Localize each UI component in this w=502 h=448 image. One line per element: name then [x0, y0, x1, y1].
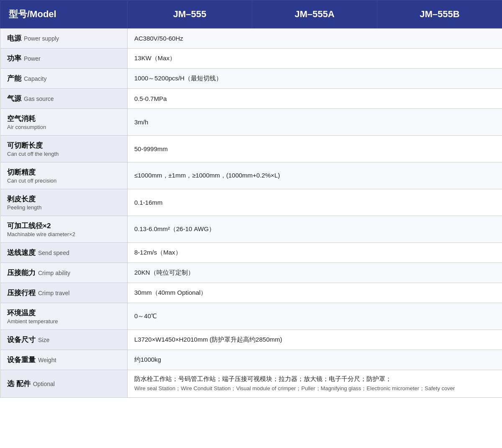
header-jm555a: JM–555A	[252, 0, 377, 28]
label-cell-4: 空气消耗Air consumption	[0, 109, 128, 136]
value-cell-12: 0～40℃	[128, 303, 502, 330]
label-cell-10: 压接能力Crimp ability	[0, 263, 128, 283]
label-cell-2: 产能Capacity	[0, 69, 128, 89]
label-cell-15: 选 配件Optional	[0, 370, 128, 398]
label-cell-8: 可加工线径×2Machinable wire diameter×2	[0, 216, 128, 243]
label-cell-9: 送线速度Send speed	[0, 243, 128, 263]
value-cell-15: 防水栓工作站；号码管工作站；端子压接可视模块；拉力器；放大镜；电子千分尺；防护罩…	[128, 370, 502, 398]
header-jm555: JM–555	[128, 0, 252, 28]
header-model: 型号/Model	[0, 0, 128, 28]
value-cell-1: 13KW（Max）	[128, 49, 502, 69]
value-cell-14: 约1000kg	[128, 350, 502, 370]
label-cell-0: 电源Power supply	[0, 28, 128, 49]
value-cell-8: 0.13-6.0mm²（26-10 AWG）	[128, 216, 502, 243]
value-cell-6: ≤1000mm，±1mm，≥1000mm，(1000mm+0.2%×L)	[128, 162, 502, 189]
header-jm555b: JM–555B	[377, 0, 502, 28]
value-cell-13: L3720×W1450×H2010mm (防护罩升起高约2850mm)	[128, 330, 502, 350]
value-cell-9: 8-12m/s（Max）	[128, 243, 502, 263]
value-cell-0: AC380V/50-60Hz	[128, 28, 502, 49]
label-cell-11: 压接行程Crimp travel	[0, 283, 128, 303]
label-cell-13: 设备尺寸Size	[0, 330, 128, 350]
value-cell-2: 1000～5200pcs/H（最短切线）	[128, 69, 502, 89]
value-cell-5: 50-9999mm	[128, 136, 502, 162]
value-cell-11: 30mm（40mm Optional）	[128, 283, 502, 303]
label-cell-5: 可切断长度Can cut off the length	[0, 136, 128, 162]
value-cell-10: 20KN（吨位可定制）	[128, 263, 502, 283]
label-cell-3: 气源Gas source	[0, 89, 128, 109]
label-cell-6: 切断精度Can cut off precision	[0, 162, 128, 189]
label-cell-1: 功率Power	[0, 49, 128, 69]
value-cell-7: 0.1-16mm	[128, 189, 502, 216]
label-cell-7: 剥皮长度Peeling length	[0, 189, 128, 216]
value-cell-3: 0.5-0.7MPa	[128, 89, 502, 109]
value-cell-4: 3m/h	[128, 109, 502, 136]
label-cell-14: 设备重量Weight	[0, 350, 128, 370]
label-cell-12: 环境温度Ambient temperature	[0, 303, 128, 330]
